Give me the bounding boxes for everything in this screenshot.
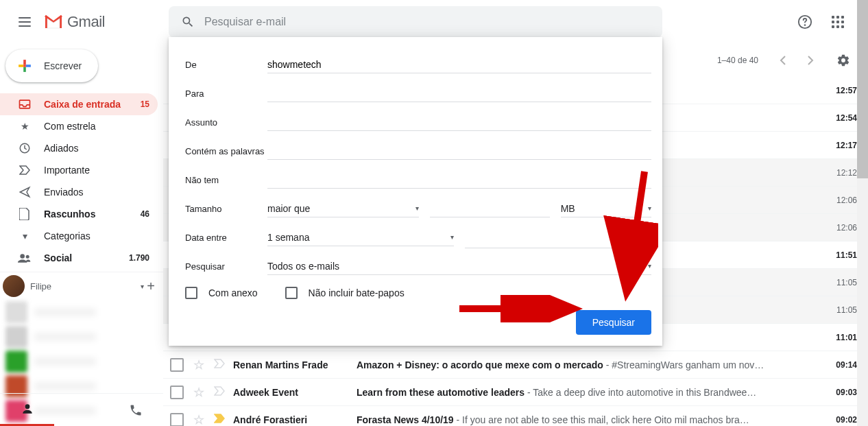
has-attachment-checkbox[interactable]: Com anexo — [185, 287, 258, 299]
email-row[interactable]: ☆ Renan Martins Frade Amazon + Disney: o… — [163, 351, 868, 379]
help-button[interactable] — [791, 8, 819, 36]
sidebar: Escrever Caixa de entrada 15 ★ Com estre… — [0, 44, 163, 426]
add-contact-button[interactable]: + — [144, 276, 158, 297]
svg-point-9 — [20, 254, 25, 259]
important-marker[interactable] — [214, 414, 225, 425]
subject-input[interactable] — [267, 114, 651, 131]
apps-button[interactable] — [824, 8, 852, 36]
svg-rect-6 — [23, 64, 26, 67]
sidebar-item-categories[interactable]: ▾ Categorias — [0, 225, 158, 247]
size-operator-select[interactable]: maior que ▾ — [267, 200, 419, 217]
sidebar-item-social[interactable]: Social 1.790 — [0, 247, 158, 269]
chevron-right-icon — [807, 56, 814, 65]
svg-rect-13 — [640, 232, 650, 235]
star-toggle[interactable]: ☆ — [193, 412, 204, 427]
doesnt-have-input[interactable] — [267, 171, 651, 189]
email-subject: Learn from these automotive leaders - Ta… — [357, 387, 805, 398]
exclude-chats-checkbox[interactable]: Não incluir bate-papos — [285, 287, 405, 299]
hangouts-username[interactable]: Filipe — [30, 281, 139, 292]
next-page-button[interactable] — [797, 47, 824, 74]
checkbox-icon — [185, 287, 197, 299]
from-input[interactable] — [267, 56, 651, 73]
important-marker[interactable] — [214, 386, 225, 398]
from-label: De — [185, 60, 267, 70]
email-time: 09:03 — [816, 388, 857, 397]
select-checkbox[interactable] — [170, 358, 184, 372]
search-icon[interactable] — [174, 8, 202, 36]
sidebar-item-snoozed[interactable]: Adiados — [0, 137, 158, 159]
compose-button[interactable]: Escrever — [5, 49, 98, 82]
main-menu-button[interactable] — [8, 5, 41, 38]
checkbox-icon — [285, 287, 298, 299]
sidebar-item-important[interactable]: Importante — [0, 159, 158, 181]
important-icon — [18, 165, 32, 175]
svg-rect-5 — [19, 64, 23, 67]
search-bar[interactable] — [169, 6, 662, 38]
date-label: Data entre — [185, 233, 267, 243]
chevron-down-icon: ▾ — [450, 233, 454, 241]
has-words-label: Contém as palavras — [185, 146, 267, 156]
size-label: Tamanho — [185, 204, 267, 214]
email-sender: Adweek Event — [233, 387, 357, 398]
email-time: 12:06 — [816, 196, 857, 205]
chevron-left-icon — [780, 56, 786, 65]
gmail-logo[interactable]: Gmail — [44, 13, 105, 31]
hangouts-phone-tab[interactable] — [109, 394, 163, 426]
subject-label: Assunto — [185, 117, 267, 128]
date-range-select[interactable]: 1 semana ▾ — [267, 229, 454, 246]
search-submit-button[interactable]: Pesquisar — [576, 310, 651, 335]
select-checkbox[interactable] — [170, 413, 184, 427]
chevron-down-icon: ▾ — [648, 204, 651, 212]
hangouts-contacts-tab[interactable] — [0, 394, 54, 426]
scrollbar[interactable] — [857, 0, 868, 426]
calendar-icon — [639, 229, 651, 245]
email-time: 11:01 — [816, 333, 857, 342]
compose-label: Escrever — [44, 60, 82, 71]
sidebar-item-sent[interactable]: Enviados — [0, 181, 158, 203]
sent-icon — [18, 186, 32, 198]
svg-point-11 — [25, 404, 29, 409]
drafts-icon — [18, 208, 32, 220]
sidebar-item-drafts[interactable]: Rascunhos 46 — [0, 203, 158, 225]
hangouts-header: Filipe ▾ + — [0, 272, 163, 300]
date-picker[interactable] — [465, 226, 651, 248]
email-time: 12:12 — [816, 168, 857, 178]
pagination-count: 1–40 de 40 — [717, 56, 758, 65]
email-subject: Amazon + Disney: o acordo que mexe com o… — [357, 359, 805, 370]
clock-icon — [18, 142, 32, 154]
email-time: 12:57 — [816, 86, 857, 95]
sidebar-item-starred[interactable]: ★ Com estrela — [0, 115, 158, 137]
select-checkbox[interactable] — [170, 386, 184, 399]
chevron-down-icon: ▾ — [18, 230, 32, 241]
has-words-input[interactable] — [267, 143, 651, 160]
svg-rect-4 — [23, 67, 26, 72]
to-input[interactable] — [267, 85, 651, 102]
scrollbar-thumb[interactable] — [857, 0, 868, 178]
plus-icon — [14, 55, 36, 77]
contact-item[interactable] — [0, 300, 163, 324]
advanced-search-panel: De Para Assunto Contém as palavras Não t… — [169, 37, 662, 346]
help-icon — [797, 14, 812, 29]
size-value-input[interactable] — [430, 200, 550, 217]
star-icon: ★ — [18, 121, 32, 132]
chevron-down-icon: ▾ — [415, 204, 419, 212]
svg-rect-2 — [23, 60, 26, 64]
email-time: 12:06 — [816, 223, 857, 233]
user-avatar[interactable] — [3, 275, 25, 297]
email-row[interactable]: ☆ Adweek Event Learn from these automoti… — [163, 379, 868, 406]
contact-item[interactable] — [0, 324, 163, 349]
sidebar-item-inbox[interactable]: Caixa de entrada 15 — [0, 93, 158, 115]
star-toggle[interactable]: ☆ — [193, 385, 204, 400]
email-row[interactable]: ☆ André Forastieri Forasta News 4/10/19 … — [163, 406, 868, 426]
important-marker[interactable] — [214, 359, 225, 370]
contact-item[interactable] — [0, 349, 163, 374]
gmail-envelope-icon — [44, 14, 63, 29]
prev-page-button[interactable] — [769, 47, 797, 74]
email-time: 11:51 — [816, 250, 857, 260]
search-in-select[interactable]: Todos os e-mails ▾ — [267, 258, 651, 275]
search-input[interactable] — [202, 16, 657, 28]
settings-button[interactable] — [830, 47, 857, 74]
size-unit-select[interactable]: MB ▾ — [561, 200, 651, 217]
star-toggle[interactable]: ☆ — [193, 357, 204, 372]
hamburger-icon — [19, 17, 31, 27]
